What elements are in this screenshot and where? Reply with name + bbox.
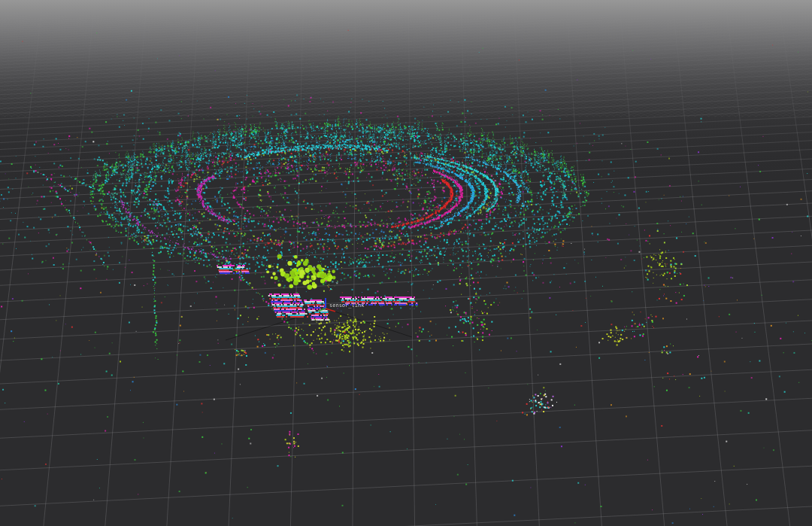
viewport-3d[interactable]: sensor_link (0, 0, 812, 526)
pointcloud-canvas[interactable] (0, 0, 812, 526)
